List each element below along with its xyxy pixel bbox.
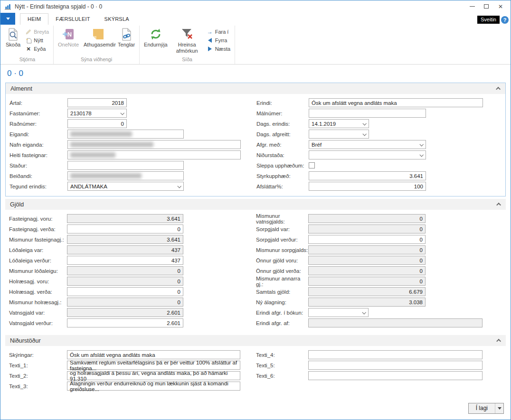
radnumer-input[interactable]: 0 [67, 119, 127, 128]
dags-erindis-select[interactable]: 14.1.2019 [309, 119, 369, 128]
close-button[interactable]: ✕ [493, 1, 508, 11]
nytt-button[interactable]: Nýtt [23, 36, 51, 45]
texti-4-input[interactable] [308, 350, 483, 359]
fyrra-button[interactable]: Fyrra [204, 36, 233, 45]
field-label: Holræsagj. verða: [9, 289, 67, 295]
field-lodaleiga-var: Lóðaleiga var: 437 [9, 245, 252, 254]
erindi-afgr-i-bokun-select[interactable] [308, 308, 369, 317]
field-label: Lóðaleiga var: [9, 247, 67, 253]
afslattar-pct-input[interactable]: 100 [309, 182, 426, 191]
field-malnumer: Málnúmer: [256, 109, 505, 118]
heiti-fasteignar-input[interactable] [67, 150, 241, 159]
hreinsa-afmorkun-button[interactable]: Hreinsa afmörkun [170, 26, 204, 54]
field-mismunur-lodaleigu: Mismunur lóðaleigu: 0 [9, 266, 252, 275]
chevron-down-icon[interactable] [362, 310, 366, 314]
chevron-down-icon[interactable] [120, 111, 124, 115]
stadur-input[interactable] [67, 161, 184, 170]
holraesagj-verda-input[interactable]: 0 [67, 287, 183, 296]
field-texti-1: Texti_1: Samkvæmt reglum sveitarfélagsin… [9, 361, 252, 370]
erindi-input[interactable]: Ósk um afslátt vegna andláts maka [309, 98, 483, 107]
artal-input[interactable]: 2018 [67, 98, 127, 107]
app-menu-button[interactable] [0, 13, 15, 25]
eigandi-input[interactable] [67, 130, 184, 139]
field-label: Texti_5: [256, 363, 308, 368]
field-label: Texti_3: [9, 383, 67, 389]
lodaleiga-verdur-input[interactable]: 437 [67, 256, 183, 265]
section-gjold-header[interactable]: Gjöld [5, 199, 506, 210]
chevron-down-icon[interactable] [362, 132, 366, 136]
tab-heim[interactable]: HEIM [20, 13, 48, 25]
ribbon-group-label-sida: Síða [142, 56, 233, 64]
sorpgjald-verdur-input[interactable]: 0 [308, 235, 426, 244]
athugasemdir-button[interactable]: Athugasemdir [81, 26, 115, 48]
hreinsa-afmorkun-label: Hreinsa afmörkun [172, 42, 202, 54]
chevron-down-icon[interactable] [177, 184, 181, 188]
field-sorpgjald-verdur: Sorpgjald verður: 0 [256, 235, 506, 244]
field-erindi-afgr-af: Erindi afgr. af: [256, 318, 506, 327]
skoda-button[interactable]: Skoða [3, 26, 23, 48]
vatnsgjald-verdur-input[interactable]: 2.601 [67, 318, 183, 327]
tab-faersluleit[interactable]: FÆRSLULEIT [48, 14, 97, 25]
clear-filter-icon [181, 28, 193, 41]
malnumer-input[interactable] [309, 109, 426, 118]
field-radnumer: Raðnúmer: 0 [9, 119, 253, 128]
section-title: Niðurstöður [10, 337, 41, 344]
skoda-label: Skoða [6, 42, 20, 48]
texti-2-input[interactable]: og holræsagjaldi á þessu ári, vegna andl… [67, 371, 240, 380]
afgr-med-select[interactable]: Bréf [309, 140, 426, 149]
ribbon-tab-row: HEIM FÆRSLULEIT SKÝRSLA Sveitin ? [0, 12, 511, 25]
window-title: Nýtt - Erindi fasteigna spjald - 0 · 0 [15, 3, 102, 10]
bar-chart-app-icon [4, 3, 12, 10]
texti-1-input[interactable]: Samkvæmt reglum sveitarfélagsins þá er þ… [67, 361, 240, 370]
texti-6-input[interactable] [308, 371, 483, 380]
texti-5-input[interactable] [308, 361, 483, 370]
field-sorpgjald-var: Sorpgjald var: 0 [256, 224, 506, 233]
maximize-icon [484, 4, 489, 9]
ribbon-group-label-syna-vidhengi: Sýna viðhengi [56, 56, 137, 64]
minimize-button[interactable] [465, 1, 479, 11]
ok-button[interactable]: Í lagi [469, 403, 495, 413]
skyringar-input[interactable]: Ósk um afslátt vegna andláts maka [67, 350, 240, 359]
section-title: Almennt [10, 85, 32, 92]
sleppa-upphaedum-checkbox[interactable] [309, 162, 315, 168]
field-mismunur-sorpgjalds: Mismunur sorpgjalds: 0 [256, 245, 506, 254]
section-title: Gjöld [10, 201, 24, 208]
ok-dropdown-button[interactable] [495, 403, 503, 413]
fasteignagj-verda-input[interactable]: 0 [67, 224, 183, 233]
ribbon: Skoða Breyta [0, 25, 511, 65]
eyda-button[interactable]: ✕ Eyða [23, 45, 51, 53]
window-controls: ✕ [465, 1, 508, 11]
tegund-erindis-select[interactable]: ANDLÁTMAKA [67, 182, 184, 191]
styrkupphaed-input[interactable]: 3.641 [309, 171, 426, 180]
fara-i-button[interactable]: → Fara í [204, 28, 233, 36]
collapse-chevron-icon[interactable] [496, 203, 501, 207]
section-nidurstodur-header[interactable]: Niðurstöður [5, 335, 506, 346]
fastanumer-select[interactable]: 2130178 [67, 109, 127, 118]
field-sleppa-upphaedum: Sleppa upphæðum: [256, 161, 505, 170]
field-label: Málnúmer: [256, 111, 309, 116]
naesta-button[interactable]: Næsta [204, 45, 233, 53]
texti-3-input[interactable]: Álagningin verður endurreiknuð og mun læ… [67, 382, 240, 391]
dags-afgreitt-select[interactable] [309, 130, 369, 139]
tenglar-button[interactable]: Tenglar [115, 26, 137, 48]
nafn-eiganda-input[interactable] [67, 140, 241, 149]
help-icon[interactable]: ? [501, 16, 509, 24]
field-label: Mismunur sorpgjalds: [256, 247, 308, 253]
tab-skyrsla[interactable]: SKÝRSLA [97, 14, 136, 25]
field-texti-2: Texti_2: og holræsagjaldi á þessu ári, v… [9, 371, 252, 380]
mismunur-holraesagj-field: 0 [67, 298, 183, 307]
collapse-chevron-icon[interactable] [496, 339, 501, 344]
maximize-button[interactable] [479, 1, 493, 11]
onenote-label: OneNote [58, 42, 79, 48]
field-label: Beiðandi: [9, 173, 67, 179]
field-texti-4: Texti_4: [256, 350, 506, 359]
field-erindi-afgr-i-bokun: Erindi afgr. í bókun: [256, 308, 506, 317]
beidandi-input[interactable] [67, 171, 184, 180]
chevron-down-icon[interactable] [419, 142, 423, 146]
chevron-down-icon[interactable] [362, 121, 366, 125]
nidurstada-select[interactable] [309, 150, 426, 159]
endurnyja-button[interactable]: Endurnýja [142, 26, 170, 48]
collapse-chevron-icon[interactable] [496, 87, 501, 92]
section-almennt-header[interactable]: Almennt [6, 83, 505, 94]
chevron-down-icon[interactable] [419, 153, 423, 157]
